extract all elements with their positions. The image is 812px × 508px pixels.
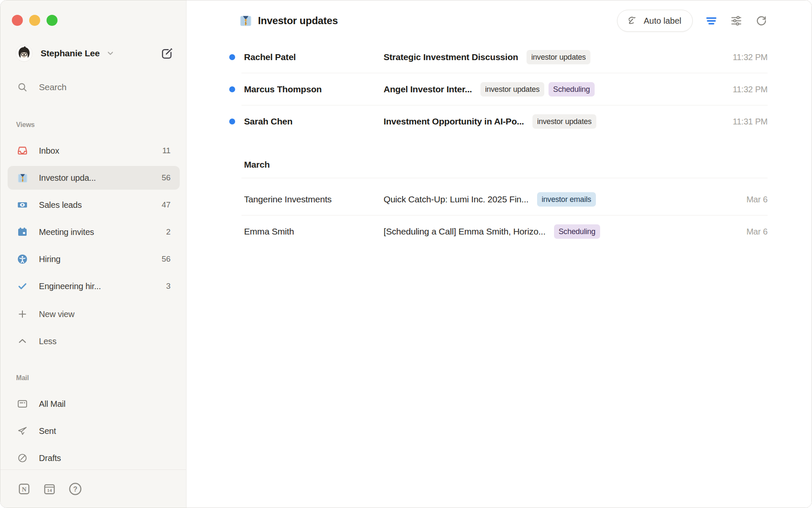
views-list: Inbox 11 Investor upda. xyxy=(8,139,180,353)
email-time: 11:31 PM xyxy=(732,117,768,127)
sidebar-item-sent[interactable]: Sent xyxy=(8,419,180,443)
sidebar-item-count: 56 xyxy=(162,173,170,182)
email-row[interactable]: Tangerine Investments Quick Catch-Up: Lu… xyxy=(187,183,812,215)
refresh-button[interactable] xyxy=(752,11,771,30)
refresh-icon xyxy=(755,14,768,27)
auto-label-icon xyxy=(625,14,638,27)
sidebar-item-label: Investor upda... xyxy=(39,173,96,183)
group-title: March xyxy=(244,160,270,170)
unread-dot xyxy=(229,86,235,92)
email-date: Mar 6 xyxy=(746,227,768,237)
page-title: Investor updates xyxy=(258,15,338,27)
label-chip[interactable]: Scheduling xyxy=(554,224,600,239)
sidebar-item-hiring[interactable]: Hiring 56 xyxy=(8,247,180,271)
email-row[interactable]: Sarah Chen Investment Opportunity in AI-… xyxy=(187,105,812,138)
label-chip[interactable]: investor updates xyxy=(527,50,590,64)
user-name: Stephanie Lee xyxy=(41,48,100,58)
sidebar-item-label: Sales leads xyxy=(39,200,82,210)
sidebar-item-label: All Mail xyxy=(39,399,66,409)
view-header: Investor updates Auto label xyxy=(187,0,812,41)
compose-button[interactable] xyxy=(160,47,174,60)
email-group-march: March Tangerine Investments Quick Catch-… xyxy=(187,138,812,248)
zoom-window-button[interactable] xyxy=(47,15,58,26)
less-button[interactable]: Less xyxy=(8,329,180,353)
compose-icon xyxy=(161,47,173,60)
header-actions: Auto label xyxy=(617,10,771,32)
sliders-icon xyxy=(730,14,743,27)
search-label: Search xyxy=(39,82,66,92)
label-chip[interactable]: investor updates xyxy=(532,114,596,129)
email-subject: Investment Opportunity in AI-Po... xyxy=(384,116,524,127)
chevron-up-icon xyxy=(17,336,28,347)
help-button[interactable]: ? xyxy=(68,482,82,496)
less-label: Less xyxy=(39,337,56,346)
sidebar-item-engineering-hiring[interactable]: Engineering hir... 3 xyxy=(8,274,180,298)
email-time: 11:32 PM xyxy=(732,52,768,62)
email-subject: Quick Catch-Up: Lumi Inc. 2025 Fin... xyxy=(384,194,529,204)
sidebar-item-label: Meeting invites xyxy=(39,227,94,237)
banknote-icon xyxy=(17,199,28,210)
email-subject: [Scheduling a Call] Emma Smith, Horizo..… xyxy=(384,226,546,237)
search-button[interactable]: Search xyxy=(17,79,180,96)
search-icon xyxy=(17,82,28,93)
email-sender: Emma Smith xyxy=(244,226,384,237)
close-window-button[interactable] xyxy=(12,15,23,26)
necktie-icon xyxy=(239,14,252,27)
chevron-down-icon xyxy=(106,49,115,58)
email-subject: Strategic Investment Discussion xyxy=(384,52,518,62)
email-sender: Marcus Thompson xyxy=(244,84,384,94)
new-view-label: New view xyxy=(39,309,74,319)
sidebar-item-label: Sent xyxy=(39,426,56,436)
sidebar-item-count: 2 xyxy=(166,227,170,237)
paper-plane-icon xyxy=(17,425,28,436)
email-date: Mar 6 xyxy=(746,195,768,204)
notion-app-button[interactable]: N xyxy=(17,482,31,496)
sidebar-item-label: Hiring xyxy=(39,254,60,264)
email-row[interactable]: Emma Smith [Scheduling a Call] Emma Smit… xyxy=(187,215,812,248)
email-time: 11:32 PM xyxy=(732,85,768,94)
notion-calendar-button[interactable]: 14 xyxy=(43,482,56,496)
display-options-button[interactable] xyxy=(727,11,746,30)
email-row[interactable]: Marcus Thompson Angel Investor Inter... … xyxy=(187,73,812,105)
sidebar-item-sales-leads[interactable]: Sales leads 47 xyxy=(8,193,180,217)
email-subject: Angel Investor Inter... xyxy=(384,84,472,94)
sidebar-item-all-mail[interactable]: All Mail xyxy=(8,392,180,416)
app-window: Stephanie Lee Search xyxy=(0,0,812,508)
sidebar-item-drafts[interactable]: Drafts xyxy=(8,446,180,470)
filter-button[interactable] xyxy=(702,11,721,30)
email-row[interactable]: Rachel Patel Strategic Investment Discus… xyxy=(187,41,812,73)
sidebar-item-label: Inbox xyxy=(39,146,59,156)
unread-dot xyxy=(229,54,235,60)
user-avatar xyxy=(16,45,33,62)
person-circle-icon xyxy=(17,254,28,265)
email-sender: Sarah Chen xyxy=(244,116,384,127)
new-view-button[interactable]: New view xyxy=(8,302,180,326)
label-chip[interactable]: investor emails xyxy=(537,192,596,207)
sidebar-item-count: 11 xyxy=(162,146,170,155)
plus-icon xyxy=(17,309,28,320)
calendar-icon xyxy=(17,226,28,237)
notion-logo-icon: N xyxy=(17,482,31,496)
svg-text:N: N xyxy=(22,485,26,492)
sidebar-item-count: 56 xyxy=(162,254,170,264)
svg-text:?: ? xyxy=(73,485,77,492)
account-switcher[interactable]: Stephanie Lee xyxy=(16,44,180,63)
minimize-window-button[interactable] xyxy=(29,15,40,26)
label-chip[interactable]: investor updates xyxy=(480,82,544,97)
sidebar-item-investor-updates[interactable]: Investor upda... 56 xyxy=(8,166,180,190)
label-chip[interactable]: Scheduling xyxy=(549,82,595,97)
sidebar-item-meeting-invites[interactable]: Meeting invites 2 xyxy=(8,220,180,244)
filter-lines-icon xyxy=(705,14,718,27)
all-mail-icon xyxy=(17,398,28,409)
sidebar-item-label: Drafts xyxy=(39,453,61,463)
email-sender: Tangerine Investments xyxy=(244,194,384,204)
views-section-header: Views xyxy=(16,121,180,129)
mail-list: All Mail Sent xyxy=(8,392,180,470)
group-header: March xyxy=(187,138,812,178)
auto-label-text: Auto label xyxy=(644,16,681,26)
sidebar-item-count: 47 xyxy=(162,200,170,210)
necktie-icon xyxy=(17,172,28,183)
question-mark-icon: ? xyxy=(68,482,82,496)
sidebar-item-inbox[interactable]: Inbox 11 xyxy=(8,139,180,163)
auto-label-button[interactable]: Auto label xyxy=(617,10,693,32)
